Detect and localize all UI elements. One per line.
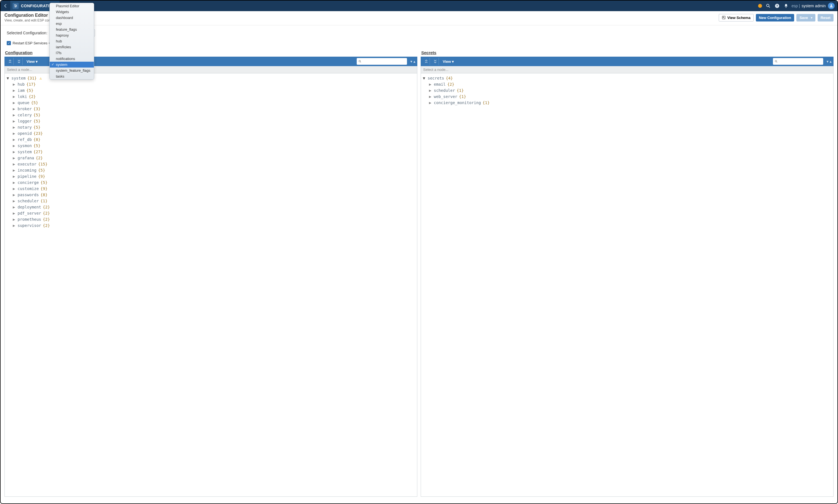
disclosure-triangle-icon[interactable]: ▶	[12, 222, 16, 229]
disclosure-triangle-icon[interactable]: ▶	[12, 161, 16, 167]
collapse-all-icon[interactable]	[15, 58, 23, 65]
tree-node[interactable]: ▶supervisor {2}	[12, 222, 416, 229]
config-dropdown-menu[interactable]: Plasmid EditorWidgetsdashboardespfeature…	[49, 3, 94, 79]
chevron-up-icon[interactable]: ▴	[413, 59, 415, 64]
search-icon[interactable]	[765, 2, 771, 9]
disclosure-triangle-icon[interactable]: ▶	[12, 179, 16, 185]
tree-node[interactable]: ▶customize {9}	[12, 185, 416, 192]
tree-node[interactable]: ▶celery {5}	[12, 112, 416, 118]
dropdown-item[interactable]: hub	[50, 38, 94, 44]
user-name[interactable]: system admin	[802, 4, 826, 8]
secrets-tree[interactable]: ▼secrets {4}▶email {2}▶scheduler {1}▶web…	[421, 73, 834, 497]
bell-icon[interactable]	[783, 2, 789, 9]
search-prev-next[interactable]: ▾ ▴	[826, 59, 832, 64]
tree-node[interactable]: ▶queue {5}	[12, 100, 416, 106]
disclosure-triangle-icon[interactable]: ▶	[12, 149, 16, 155]
tree-node[interactable]: ▶pipeline {9}	[12, 173, 416, 179]
disclosure-triangle-icon[interactable]: ▶	[12, 143, 16, 149]
disclosure-triangle-icon[interactable]: ▼	[422, 75, 426, 81]
disclosure-triangle-icon[interactable]: ▶	[428, 93, 432, 100]
disclosure-triangle-icon[interactable]: ▶	[12, 81, 16, 87]
chevron-up-icon[interactable]: ▴	[830, 59, 832, 64]
disclosure-triangle-icon[interactable]: ▶	[12, 216, 16, 222]
tree-node[interactable]: ▶executor {15}	[12, 161, 416, 167]
disclosure-triangle-icon[interactable]: ▶	[12, 87, 16, 93]
chevron-down-icon[interactable]: ▾	[826, 59, 828, 64]
disclosure-triangle-icon[interactable]: ▶	[12, 210, 16, 216]
disclosure-triangle-icon[interactable]: ▶	[12, 204, 16, 210]
tree-node[interactable]: ▶concierge_monitoring {1}	[428, 100, 832, 106]
disclosure-triangle-icon[interactable]: ▶	[12, 112, 16, 118]
tree-node[interactable]: ▶scheduler {1}	[428, 87, 832, 93]
disclosure-triangle-icon[interactable]: ▶	[12, 100, 16, 106]
disclosure-triangle-icon[interactable]: ▶	[12, 93, 16, 100]
tree-node[interactable]: ▶grafana {2}	[12, 155, 416, 161]
disclosure-triangle-icon[interactable]: ▶	[12, 198, 16, 204]
restart-checkbox[interactable]: ✓	[7, 41, 11, 45]
tree-node[interactable]: ▶deployment {2}	[12, 204, 416, 210]
tree-search-input[interactable]	[361, 59, 405, 64]
tree-node[interactable]: ▶logger {5}	[12, 118, 416, 124]
new-configuration-button[interactable]: New Configuration	[756, 14, 794, 21]
disclosure-triangle-icon[interactable]: ▼	[6, 75, 10, 81]
tree-node[interactable]: ▶web_server {1}	[428, 93, 832, 100]
disclosure-triangle-icon[interactable]: ▶	[12, 124, 16, 130]
tree-search-input[interactable]	[778, 59, 822, 64]
disclosure-triangle-icon[interactable]: ▶	[12, 155, 16, 161]
help-icon[interactable]: ?	[774, 2, 781, 9]
tree-node[interactable]: ▶iam {5}	[12, 87, 416, 93]
tree-node[interactable]: ▶email {2}	[428, 81, 832, 87]
dropdown-item[interactable]: dashboard	[50, 15, 94, 21]
tree-node[interactable]: ▶incoming {5}	[12, 167, 416, 173]
expand-all-icon[interactable]	[6, 58, 14, 65]
view-dropdown[interactable]: View ▾	[443, 59, 454, 64]
tree-node[interactable]: ▶notary {5}	[12, 124, 416, 130]
tree-node[interactable]: ▶prometheus {2}	[12, 216, 416, 222]
dropdown-item[interactable]: system	[50, 62, 94, 68]
tree-node[interactable]: ▶pdf_server {2}	[12, 210, 416, 216]
disclosure-triangle-icon[interactable]: ▶	[12, 173, 16, 179]
dropdown-item[interactable]: esp	[50, 21, 94, 26]
avatar-icon[interactable]	[828, 2, 835, 9]
disclosure-triangle-icon[interactable]: ▶	[428, 87, 432, 93]
tree-node[interactable]: ▶scheduler {1}	[12, 198, 416, 204]
dropdown-item[interactable]: tasks	[50, 73, 94, 79]
dropdown-item[interactable]: feature_flags	[50, 26, 94, 32]
disclosure-triangle-icon[interactable]: ▶	[12, 118, 16, 124]
collapse-all-icon[interactable]	[431, 58, 439, 65]
disclosure-triangle-icon[interactable]: ▶	[428, 100, 432, 106]
expand-all-icon[interactable]	[423, 58, 430, 65]
tree-search[interactable]	[357, 58, 407, 65]
tree-search[interactable]	[773, 58, 823, 65]
back-icon[interactable]	[1, 1, 10, 11]
dropdown-item[interactable]: iamRoles	[50, 44, 94, 50]
tree-node[interactable]: ▶broker {3}	[12, 106, 416, 112]
disclosure-triangle-icon[interactable]: ▶	[12, 130, 16, 137]
dropdown-item[interactable]: Plasmid Editor	[50, 3, 94, 9]
tree-node[interactable]: ▼secrets {4}	[422, 75, 832, 81]
view-dropdown[interactable]: View ▾	[27, 59, 38, 64]
reset-button[interactable]: Reset	[818, 14, 834, 21]
node-path-input[interactable]: Select a node...	[421, 66, 834, 73]
tree-node[interactable]: ▶loki {2}	[12, 93, 416, 100]
dropdown-item[interactable]: l7fs	[50, 50, 94, 56]
tree-node[interactable]: ▶hub {17}	[12, 81, 416, 87]
disclosure-triangle-icon[interactable]: ▶	[12, 167, 16, 173]
dropdown-item[interactable]: Widgets	[50, 9, 94, 15]
disclosure-triangle-icon[interactable]: ▶	[428, 81, 432, 87]
search-prev-next[interactable]: ▾ ▴	[410, 59, 415, 64]
tree-node[interactable]: ▶concierge {5}	[12, 179, 416, 185]
configuration-tree[interactable]: ▼system {31}⚠▶hub {17}▶iam {5}▶loki {2}▶…	[4, 73, 417, 497]
disclosure-triangle-icon[interactable]: ▶	[12, 185, 16, 192]
view-schema-button[interactable]: View Schema	[719, 14, 754, 21]
disclosure-triangle-icon[interactable]: ▶	[12, 106, 16, 112]
disclosure-triangle-icon[interactable]: ▶	[12, 137, 16, 143]
dropdown-item[interactable]: system_feature_flags	[50, 68, 94, 73]
tree-node[interactable]: ▶passwords {8}	[12, 192, 416, 198]
chevron-down-icon[interactable]: ▾	[410, 59, 412, 64]
save-button[interactable]: Save ▾	[797, 14, 815, 21]
tree-node[interactable]: ▶sysmon {5}	[12, 143, 416, 149]
dropdown-item[interactable]: notifications	[50, 56, 94, 62]
dropdown-item[interactable]: haproxy	[50, 32, 94, 38]
disclosure-triangle-icon[interactable]: ▶	[12, 192, 16, 198]
